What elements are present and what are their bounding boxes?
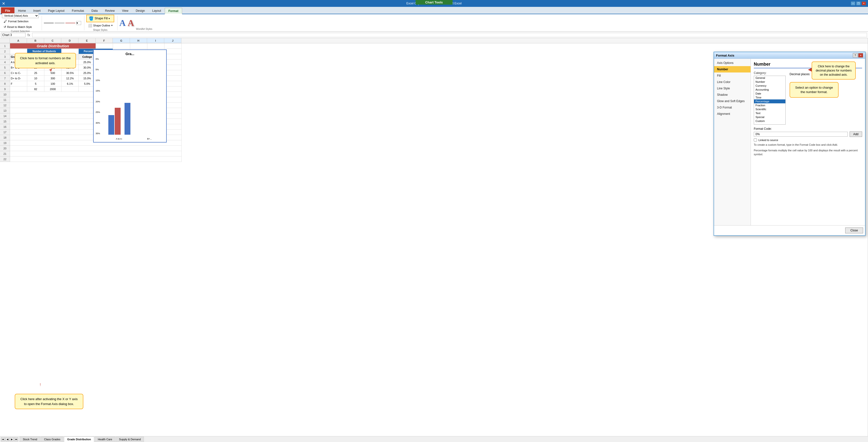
outline-dropdown-icon[interactable]: ▾ bbox=[111, 24, 113, 27]
cell-1g[interactable] bbox=[113, 43, 130, 49]
tab-data[interactable]: Data bbox=[88, 7, 101, 14]
cell-9j[interactable] bbox=[164, 87, 182, 92]
sidebar-fill[interactable]: Fill bbox=[714, 72, 751, 79]
cell-3j[interactable] bbox=[164, 54, 182, 60]
sidebar-axis-options[interactable]: Axis Options bbox=[714, 60, 751, 66]
tab-health-care[interactable]: Health Care bbox=[95, 437, 116, 441]
decimal-callout: Click here to change the decimal places … bbox=[812, 62, 856, 79]
cell-6j[interactable] bbox=[164, 70, 182, 76]
tab-nav-prev[interactable]: ◀ bbox=[5, 437, 9, 441]
col-j: J bbox=[164, 38, 181, 43]
close-main-button[interactable]: Close bbox=[845, 228, 863, 233]
add-button[interactable]: Add bbox=[849, 132, 862, 137]
minimize-button[interactable]: ─ bbox=[851, 1, 855, 5]
cell-1i[interactable] bbox=[147, 43, 164, 49]
cell-6b[interactable]: 25 bbox=[27, 70, 44, 76]
decimal-label: Decimal places: bbox=[789, 72, 810, 76]
tab-design[interactable]: Design bbox=[132, 7, 149, 14]
col-g: G bbox=[113, 38, 130, 43]
name-box[interactable] bbox=[1, 33, 26, 37]
cell-1f[interactable] bbox=[96, 43, 113, 49]
cell-4j[interactable] bbox=[164, 60, 182, 65]
cell-1j[interactable] bbox=[164, 43, 182, 49]
tab-review[interactable]: Review bbox=[101, 7, 118, 14]
style-dropdown[interactable]: ▾ bbox=[76, 21, 81, 25]
tab-page-layout[interactable]: Page Layout bbox=[44, 7, 68, 14]
tab-formulas[interactable]: Formulas bbox=[68, 7, 88, 14]
axis-dropdown[interactable]: Vertical (Value) Axis bbox=[2, 13, 39, 18]
tab-view[interactable]: View bbox=[118, 7, 132, 14]
category-currency[interactable]: Currency bbox=[754, 84, 785, 88]
row-14: 14 bbox=[0, 113, 10, 119]
tab-nav-last[interactable]: ⏭ bbox=[14, 437, 18, 441]
cell-6d[interactable]: 30.5% bbox=[62, 70, 79, 76]
cell-1h[interactable] bbox=[130, 43, 147, 49]
cell-7a[interactable]: D+ to D- bbox=[10, 76, 27, 81]
formula-input[interactable] bbox=[32, 33, 867, 37]
chart-area[interactable]: Gra... 35% 30% 25% 20% 15% 10% 5% 0% bbox=[93, 49, 167, 142]
cell-7b[interactable]: 10 bbox=[27, 76, 44, 81]
category-general[interactable]: General bbox=[754, 76, 785, 80]
ribbon-styles-section: ▾ bbox=[44, 16, 84, 30]
linked-to-source-checkbox[interactable] bbox=[754, 138, 757, 141]
sidebar-line-color[interactable]: Line Color bbox=[714, 79, 751, 85]
sidebar-3d-format[interactable]: 3-D Format bbox=[714, 104, 751, 111]
sidebar-alignment[interactable]: Alignment bbox=[714, 111, 751, 117]
cell-9b[interactable]: 82 bbox=[27, 87, 44, 92]
tab-stock-trend[interactable]: Stock Trend bbox=[20, 437, 40, 441]
category-list[interactable]: General Number Currency Accounting Date … bbox=[754, 76, 786, 125]
tab-insert[interactable]: Insert bbox=[30, 7, 44, 14]
tab-layout[interactable]: Layout bbox=[149, 7, 165, 14]
cell-8c[interactable]: 100 bbox=[44, 81, 62, 87]
reset-match-button[interactable]: ↺ Reset to Match Style bbox=[2, 25, 39, 29]
restore-button[interactable]: ❐ bbox=[856, 1, 861, 5]
tab-class-grades[interactable]: Class Grades bbox=[41, 437, 64, 441]
format-code-input[interactable] bbox=[754, 132, 848, 137]
cell-8b[interactable]: 5 bbox=[27, 81, 44, 87]
row-1: 1 bbox=[0, 43, 10, 49]
tab-supply-demand[interactable]: Supply & Demand bbox=[116, 437, 144, 441]
category-scientific[interactable]: Scientific bbox=[754, 107, 785, 111]
category-date[interactable]: Date bbox=[754, 92, 785, 96]
cell-8a[interactable]: F bbox=[10, 81, 27, 87]
tab-nav-first[interactable]: ⏮ bbox=[1, 437, 5, 441]
close-button[interactable]: ✕ bbox=[862, 1, 866, 5]
tab-grade-distribution[interactable]: Grade Distribution bbox=[64, 437, 94, 441]
category-accounting[interactable]: Accounting bbox=[754, 88, 785, 92]
grid-row-22 bbox=[10, 157, 182, 162]
shape-outline-button[interactable]: ⬜ Shape Outline ▾ bbox=[86, 23, 114, 28]
cell-9d[interactable] bbox=[62, 87, 79, 92]
cell-7j[interactable] bbox=[164, 76, 182, 81]
category-special[interactable]: Special bbox=[754, 115, 785, 119]
sidebar-number[interactable]: Number bbox=[714, 66, 751, 72]
cell-1a[interactable]: Grade Distribution bbox=[10, 43, 96, 49]
cell-6a[interactable]: C+ to C- bbox=[10, 70, 27, 76]
cell-9c[interactable]: 2000 bbox=[44, 87, 62, 92]
cell-8j[interactable] bbox=[164, 81, 182, 87]
category-fraction[interactable]: Fraction bbox=[754, 103, 785, 107]
cell-2j[interactable] bbox=[164, 49, 182, 54]
category-time[interactable]: Time bbox=[754, 96, 785, 99]
format-selection-button[interactable]: 🖊 Format Selection bbox=[2, 19, 39, 24]
category-percentage[interactable]: Percentage bbox=[754, 99, 785, 103]
tab-nav-next[interactable]: ▶ bbox=[10, 437, 14, 441]
cell-7d[interactable]: 12.2% bbox=[62, 76, 79, 81]
fill-dropdown-icon[interactable]: ▾ bbox=[108, 17, 110, 20]
dialog-help-button[interactable]: ? bbox=[853, 53, 858, 58]
shape-fill-button[interactable]: 🪣 Shape Fill ▾ bbox=[86, 15, 114, 22]
sidebar-shadow[interactable]: Shadow bbox=[714, 92, 751, 98]
x-labels: A to A- B+... bbox=[103, 138, 164, 140]
category-number[interactable]: Number bbox=[754, 80, 785, 84]
tab-home[interactable]: Home bbox=[14, 7, 30, 14]
tab-format[interactable]: Format bbox=[165, 8, 182, 14]
cell-9a[interactable] bbox=[10, 87, 27, 92]
tab-file[interactable]: File bbox=[1, 7, 14, 14]
cell-8d[interactable]: 6.1% bbox=[62, 81, 79, 87]
cell-5j[interactable] bbox=[164, 65, 182, 70]
dialog-x-button[interactable]: ✕ bbox=[858, 53, 863, 58]
sidebar-glow[interactable]: Glow and Soft Edges bbox=[714, 98, 751, 104]
cell-7c[interactable]: 300 bbox=[44, 76, 62, 81]
sidebar-line-style[interactable]: Line Style bbox=[714, 85, 751, 92]
category-text[interactable]: Text bbox=[754, 111, 785, 115]
category-custom[interactable]: Custom bbox=[754, 119, 785, 123]
